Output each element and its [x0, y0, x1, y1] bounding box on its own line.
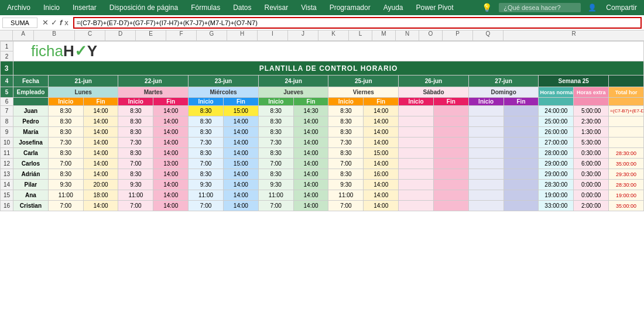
- hdr-23jun: 23-jun: [189, 75, 259, 87]
- hdr-sabado: Sábado: [399, 87, 469, 98]
- hdr-lun-fin: Fin: [83, 98, 118, 106]
- hdr-25jun: 25-jun: [328, 75, 399, 87]
- hdr-mie-fin: Fin: [223, 98, 258, 106]
- rownum-6: 6: [1, 98, 13, 106]
- col-H: H: [227, 30, 258, 40]
- rownum-2: 2: [1, 51, 13, 61]
- hdr-hextra: Horas extra: [574, 87, 609, 98]
- col-D: D: [105, 30, 136, 40]
- hdr-21jun: 21-jun: [48, 75, 118, 87]
- hdr-viernes: Viernes: [328, 87, 399, 98]
- hdr-24jun: 24-jun: [258, 75, 328, 87]
- search-area: 💡 👤 Compartir: [479, 2, 639, 13]
- col-C: C: [75, 30, 105, 40]
- hdr-domingo: Domingo: [468, 87, 539, 98]
- menu-programador[interactable]: Programador: [327, 2, 373, 13]
- hdr-dom-ini: Inicio: [468, 98, 503, 106]
- lightbulb-icon: 💡: [479, 2, 494, 13]
- menu-revisar[interactable]: Revisar: [262, 2, 291, 13]
- formula-input[interactable]: [73, 17, 642, 29]
- logo-check: ✓: [74, 42, 87, 60]
- menu-inicio[interactable]: Inicio: [41, 2, 62, 13]
- logo-cell: fichaH✓Y: [13, 42, 644, 61]
- formula-bar: ✕ ✓ f x: [0, 15, 644, 30]
- share-button[interactable]: Compartir: [604, 2, 639, 13]
- logo-hoy: H: [63, 42, 74, 60]
- hdr-hnorm6: [539, 98, 574, 106]
- hdr-vie-fin: Fin: [364, 98, 399, 106]
- menu-archivo[interactable]: Archivo: [5, 2, 33, 13]
- table-row: 10 Josefina 7:30 14:00 7:30 14:00 7:30 1…: [1, 138, 644, 148]
- rownum-1: 1: [1, 42, 13, 51]
- search-input[interactable]: [499, 3, 581, 12]
- hdr-22jun: 22-jun: [118, 75, 189, 87]
- menu-formulas[interactable]: Fórmulas: [189, 2, 222, 13]
- hdr-lunes: Lunes: [48, 87, 118, 98]
- hdr-total: Total hor: [609, 87, 644, 98]
- col-L: L: [349, 30, 372, 40]
- hdr-sab-ini: Inicio: [399, 98, 434, 106]
- rownum-5: 5: [1, 87, 13, 98]
- hdr-hextra6: [574, 98, 609, 106]
- hdr-mie-ini: Inicio: [189, 98, 224, 106]
- col-A: A: [13, 30, 34, 40]
- hdr-total6: [609, 98, 644, 106]
- table-row: 11 Carla 8:30 14:00 8:30 14:00 8:30 14:0…: [1, 148, 644, 159]
- table-row: 15 Ana 11:00 18:00 11:00 14:00 11:00 14:…: [1, 190, 644, 201]
- rownum-3: 3: [1, 61, 13, 75]
- share-icon: 👤: [585, 2, 599, 13]
- spreadsheet: A B C D E F G H I J K L M N O P Q R 1 fi…: [0, 30, 644, 211]
- table-row: 16 Cristian 7:00 14:00 7:00 14:00 7:00 1…: [1, 201, 644, 211]
- col-E: E: [136, 30, 166, 40]
- cancel-formula-icon[interactable]: ✕: [42, 18, 49, 27]
- menu-bar: Archivo Inicio Insertar Disposición de p…: [0, 0, 644, 15]
- hdr-jue-ini: Inicio: [258, 98, 293, 106]
- title-cell: PLANTILLA DE CONTROL HORARIO: [13, 61, 644, 75]
- col-N: N: [396, 30, 419, 40]
- hdr-semana: Semana 25: [539, 75, 609, 87]
- hdr-hnorm: Horas normales: [539, 87, 574, 98]
- table-row: 8 Pedro 8:30 14:00 8:30 14:00 8:30 14:00…: [1, 116, 644, 127]
- col-R: R: [503, 30, 644, 40]
- confirm-formula-icon[interactable]: ✓: [51, 18, 57, 27]
- logo-y: Y: [87, 42, 97, 60]
- hdr-vie-ini: Inicio: [328, 98, 364, 106]
- table-row: 9 María 8:30 14:00 8:30 14:00 8:30 14:00…: [1, 127, 644, 138]
- menu-disposicion[interactable]: Disposición de página: [107, 2, 180, 13]
- col-J: J: [288, 30, 318, 40]
- hdr-27jun: 27-jun: [468, 75, 539, 87]
- menu-vista[interactable]: Vista: [299, 2, 318, 13]
- row-3: 3 PLANTILLA DE CONTROL HORARIO: [1, 61, 644, 75]
- col-B: B: [34, 30, 75, 40]
- col-F: F: [166, 30, 197, 40]
- hdr-jueves: Jueves: [258, 87, 328, 98]
- row-6: 6 Inicio Fin Inicio Fin Inicio Fin Inici…: [1, 98, 644, 106]
- menu-powerpivot[interactable]: Power Pivot: [414, 2, 456, 13]
- menu-ayuda[interactable]: Ayuda: [381, 2, 406, 13]
- col-Q: Q: [473, 30, 503, 40]
- hdr-jue-fin: Fin: [293, 98, 328, 106]
- col-I: I: [258, 30, 288, 40]
- hdr-mar-fin: Fin: [153, 98, 189, 106]
- menu-datos[interactable]: Datos: [231, 2, 254, 13]
- insert-function-icon[interactable]: f: [60, 18, 62, 27]
- hdr-dom-fin: Fin: [503, 98, 539, 106]
- col-O: O: [419, 30, 443, 40]
- table-row: 13 Adrián 8:30 14:00 8:30 14:00 8:30 14:…: [1, 169, 644, 180]
- col-K: K: [318, 30, 349, 40]
- cell-name-input[interactable]: [2, 18, 37, 28]
- table-row: 12 Carlos 7:00 14:00 7:00 13:00 7:00 15:…: [1, 159, 644, 169]
- col-P: P: [443, 30, 473, 40]
- logo-ficha: ficha: [31, 42, 63, 60]
- row-1: 1 fichaH✓Y: [1, 42, 644, 51]
- hdr-miercoles: Miércoles: [189, 87, 259, 98]
- menu-insertar[interactable]: Insertar: [70, 2, 99, 13]
- table-row: 14 Pilar 9:30 20:00 9:30 14:00 9:30 14:0…: [1, 180, 644, 190]
- hdr-fecha: Fecha: [13, 75, 49, 87]
- hdr-26jun: 26-jun: [399, 75, 469, 87]
- hdr-total-label: [609, 75, 644, 87]
- table-row: 7 Juan 8:30 14:00 8:30 14:00 8:30 15:00 …: [1, 106, 644, 116]
- hdr-sab-fin: Fin: [433, 98, 468, 106]
- row-5: 5 Empleado Lunes Martes Miércoles Jueves…: [1, 87, 644, 98]
- hdr-empty6: [13, 98, 49, 106]
